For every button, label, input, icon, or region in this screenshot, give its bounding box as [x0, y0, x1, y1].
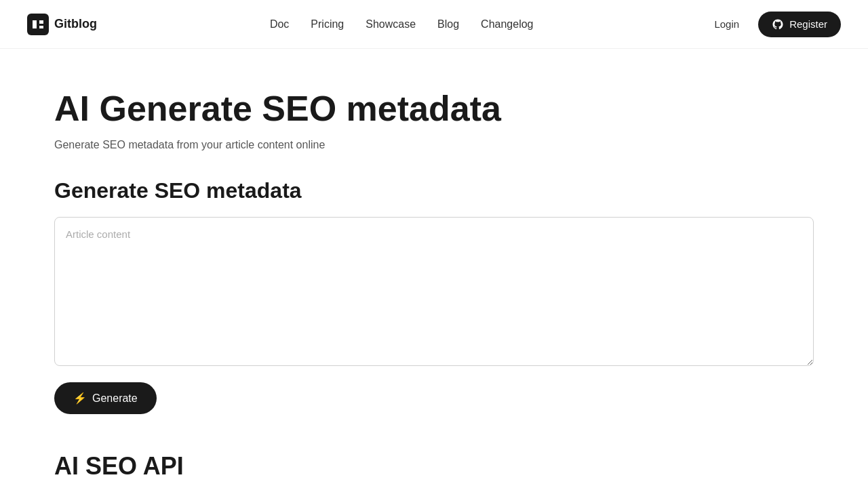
logo[interactable]: Gitblog [27, 14, 97, 35]
login-button[interactable]: Login [706, 13, 747, 35]
navbar: Gitblog Doc Pricing Showcase Blog Change… [0, 0, 868, 49]
api-heading: AI SEO API [54, 452, 814, 481]
generate-button-wrapper: ⚡ Generate [54, 382, 814, 447]
nav-links: Doc Pricing Showcase Blog Changelog [270, 18, 534, 30]
nav-link-pricing[interactable]: Pricing [311, 18, 344, 30]
logo-icon [27, 14, 49, 35]
api-section: AI SEO API Send a request to generate AI… [54, 452, 814, 488]
generate-label: Generate [92, 392, 138, 405]
register-button[interactable]: Register [758, 12, 841, 37]
generate-button[interactable]: ⚡ Generate [54, 382, 157, 414]
nav-link-doc[interactable]: Doc [270, 18, 289, 30]
main-content: AI Generate SEO metadata Generate SEO me… [0, 49, 868, 488]
form-section-heading: Generate SEO metadata [54, 178, 814, 203]
register-label: Register [789, 18, 827, 30]
nav-link-showcase[interactable]: Showcase [366, 18, 416, 30]
svg-rect-0 [27, 14, 49, 35]
nav-link-changelog[interactable]: Changelog [481, 18, 533, 30]
brand-name: Gitblog [54, 17, 97, 31]
nav-link-blog[interactable]: Blog [437, 18, 459, 30]
article-content-input[interactable] [54, 217, 814, 366]
page-subtitle: Generate SEO metadata from your article … [54, 139, 814, 151]
nav-actions: Login Register [706, 12, 841, 37]
github-icon [772, 18, 784, 30]
generate-icon: ⚡ [73, 392, 87, 405]
page-title: AI Generate SEO metadata [54, 89, 814, 128]
